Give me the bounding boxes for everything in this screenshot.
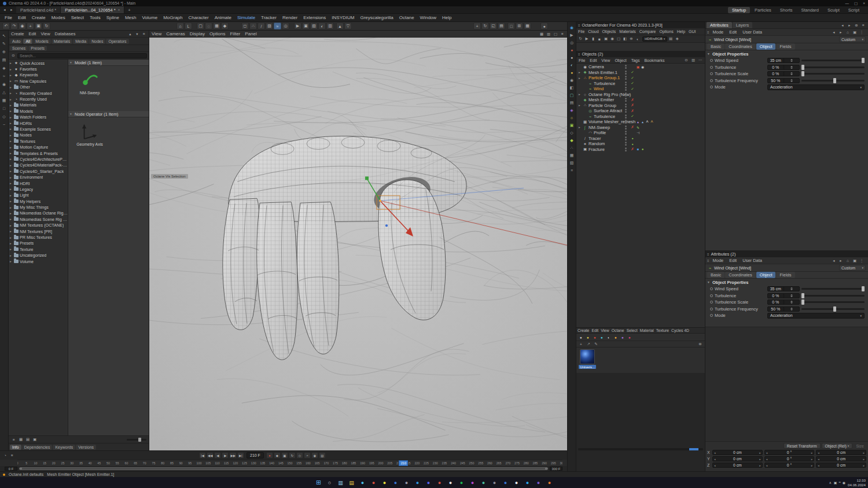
expand-icon[interactable]: ▸ [10,169,13,173]
app-icon-7[interactable]: ● [425,479,432,486]
frame-view-icon[interactable]: ▤ [498,23,505,29]
universal-material-icon[interactable]: ◉ [569,77,575,83]
octane-picker-icon[interactable]: ◐ [635,36,641,42]
app-icon-10[interactable]: ● [458,479,465,486]
expand-icon[interactable]: ▸ [579,125,582,129]
octane-menu-icon[interactable]: ≡ [569,167,575,173]
preset-dropdown[interactable]: Custom▾ [839,265,866,271]
section-tab-basic[interactable]: Basic [707,272,724,278]
viewport-single-icon[interactable]: ▢ [553,31,558,37]
value-spinner[interactable] [784,65,800,69]
list-view-icon[interactable]: ≡ [11,437,17,442]
attr-more-icon[interactable]: ⋮ [859,29,865,35]
asset-tab-media[interactable]: Media [73,39,89,44]
value-spinner[interactable] [784,300,800,304]
spinner-left-icon[interactable]: ◂ [714,464,716,467]
keyframe-circle[interactable] [710,314,713,317]
asset-tree-item[interactable]: ▸Models [9,108,68,114]
asset-tree-item[interactable]: ▸Uncategorized [9,253,68,258]
app-icon-12[interactable]: ● [480,479,487,486]
octane-bucket-icon[interactable]: ◧ [622,36,628,42]
expand-icon[interactable]: ▸ [10,79,13,83]
asset-tree-item[interactable]: ▸Environment [9,174,68,180]
value-slider[interactable] [801,80,865,82]
workspace-sculpt[interactable]: Sculpt [823,7,844,13]
specular-material-icon[interactable]: ◐ [569,62,575,68]
menu-spline[interactable]: Spline [104,15,122,20]
menu-extensions[interactable]: Extensions [300,15,329,20]
menu-modes[interactable]: Modes [49,15,68,20]
asset-tree-item[interactable]: ▸Light [9,193,68,198]
object-row[interactable]: ▸○Octane Rig Pro (New) [576,92,705,98]
menu-simulate[interactable]: Simulate [234,15,258,20]
spinner-left-icon[interactable]: ◂ [818,464,819,467]
add-material-icon[interactable]: + [578,341,584,347]
attributes-group-header[interactable]: ▾Object Properties [705,279,868,286]
asset-subtab-presets[interactable]: Presets [28,46,47,51]
menu-object[interactable]: Object [612,58,628,62]
visibility-dots[interactable] [625,71,627,75]
asset-tab-all[interactable]: All [23,39,32,44]
scale-field-z[interactable]: ◂0 cm▸ [816,463,866,468]
mat-glossy-icon[interactable]: ● [585,334,591,340]
up-hierarchy-icon[interactable]: ▲ [336,23,344,29]
menu-user-data[interactable]: User Data [740,258,764,263]
asset-tree-item[interactable]: ▸♥Favorites [9,66,68,72]
tray-network-icon[interactable]: ≈ [838,480,840,485]
quad-view-icon[interactable]: ⊞ [516,23,523,29]
undo-icon[interactable]: ↶ [2,23,10,29]
menu-file[interactable]: File [576,58,587,62]
menu-animate[interactable]: Animate [212,15,234,20]
asset-tree-item[interactable]: ▸▭New Capsules [9,78,68,84]
expand-icon[interactable]: ▸ [10,217,13,221]
expand-icon[interactable]: ▸ [579,76,582,80]
expand-icon[interactable]: ▸ [10,121,13,125]
model-panel-header[interactable]: ▾Node Operator (1 Item) [68,111,149,117]
visibility-dots[interactable] [625,93,627,97]
enable-state[interactable]: ● [630,136,635,140]
tray-volume-icon[interactable]: ◉ [843,480,845,485]
section-tab-coordinates[interactable]: Coordinates [725,43,755,50]
section-tab-object[interactable]: Object [756,43,776,50]
texture-mode-icon[interactable]: ◎ [282,23,289,29]
value-field[interactable]: 0 % [767,65,800,70]
value-spinner[interactable] [784,287,800,291]
visibility-dots[interactable] [625,147,627,151]
daylight-icon[interactable]: ☼ [569,114,575,121]
rect-selection-icon[interactable]: ▢ [197,23,204,29]
spinner-right-icon[interactable]: ▸ [759,451,761,454]
more-icon[interactable]: ⋯ [697,57,703,63]
value-spinner[interactable] [784,58,800,62]
menu-tags[interactable]: Tags [629,58,642,62]
strip-spline-icon[interactable]: ≈ [1,73,8,79]
strip-cube-icon[interactable]: □ [1,105,8,112]
keyframe-circle[interactable] [710,301,713,304]
object-row[interactable]: ◎Surface Attract✗ [576,108,705,114]
attr-nav-right-icon[interactable]: ▸ [838,258,844,264]
expand-icon[interactable]: ▸ [10,157,13,161]
hdri-environment-icon[interactable]: ◈ [569,107,575,113]
minimize-button[interactable]: — [845,1,849,6]
menu-render[interactable]: Render [279,15,300,20]
menu-databases[interactable]: Databases [53,31,78,36]
app-icon-3[interactable]: ● [381,479,388,486]
asset-tree-item[interactable]: ▸Nikomedias Octane Rig Pro [9,210,68,216]
display-tag[interactable]: ◉ [641,65,645,69]
edit-material-icon[interactable]: ✎ [593,341,599,347]
viewport[interactable]: ViewCamerasDisplayOptionsFilterPanel ▦▥▢… [149,31,567,450]
visibility-dots[interactable] [625,114,627,119]
live-viewer-icon[interactable]: ▶ [569,32,575,38]
smoothing-tag[interactable]: ▴ [641,120,645,124]
next-frame-button[interactable]: ▶▶ [229,452,236,459]
app-icon-1[interactable]: ● [359,479,366,486]
arealight-icon[interactable]: ▣ [569,122,575,128]
asset-tree-item[interactable]: ▸Templates & Presets [9,150,68,156]
object-row[interactable]: ◠Profile⊣ [576,130,705,136]
file-explorer-icon[interactable]: ▤ [348,479,355,486]
menu-options[interactable]: Options [207,31,228,36]
expand-icon[interactable]: ▸ [10,68,13,71]
scale-field-x[interactable]: ◂0 cm▸ [816,450,866,455]
enable-state[interactable]: ✓ [630,87,635,91]
grid-view-icon[interactable]: ▦ [18,437,24,442]
spinner-right-icon[interactable]: ▸ [863,451,865,454]
